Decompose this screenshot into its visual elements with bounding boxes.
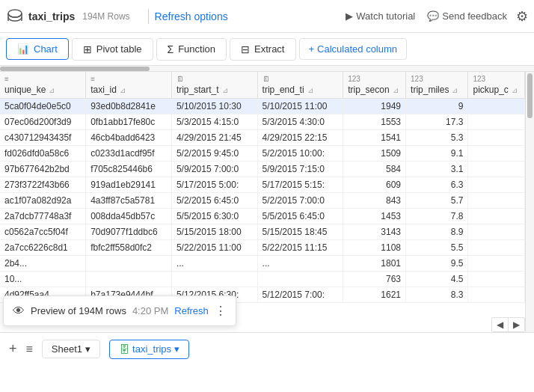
table-cell: 07ec06d200f3d9 [0, 114, 86, 130]
table-cell: 5.5 [406, 240, 468, 256]
table-row[interactable]: 10...7634.5 [0, 272, 525, 287]
send-feedback-button[interactable]: 💬 Send feedback [427, 10, 507, 22]
scroll-right-button[interactable]: ▶ [509, 318, 524, 331]
col-header-trip-end[interactable]: 🗓 trip_end_ti ⊿ [257, 72, 343, 99]
col-sort-icon-4: ⊿ [393, 86, 399, 94]
table-cell [468, 224, 525, 240]
tab-calculated-column[interactable]: + Calculated column [299, 38, 408, 60]
table-cell: 4.5 [406, 272, 468, 287]
table-cell: c0562a7cc5f04f [0, 224, 86, 240]
table-cell [468, 114, 525, 130]
preview-more-button[interactable]: ⋮ [215, 304, 227, 318]
table-cell [468, 162, 525, 177]
col-sort-icon-0: ⊿ [49, 86, 55, 94]
table-cell: 584 [343, 162, 406, 177]
col-header-pickup[interactable]: 123 pickup_c ⊿ [468, 72, 525, 99]
vertical-scrollbar[interactable] [525, 72, 534, 332]
table-row[interactable]: 273f3722f43b66919ad1eb291415/17/2015 5:0… [0, 177, 525, 193]
table-row[interactable]: 5ca0f04de0e5c093ed0b8d2841e5/10/2015 10:… [0, 99, 525, 114]
table-cell [468, 240, 525, 256]
table-row[interactable]: c430712943435f46cb4badd64234/29/2015 21:… [0, 130, 525, 146]
table-row[interactable]: fd026dfd0a58c6c0233d1acdf95f5/2/2015 9:4… [0, 146, 525, 162]
table-cell [468, 130, 525, 146]
table-cell: 273f3722f43b66 [0, 177, 86, 193]
add-sheet-button[interactable]: + [9, 341, 17, 357]
bottom-sheet-bar: + ≡ Sheet1 ▾ 🗄 taxi_trips ▾ [0, 332, 534, 365]
col-header-trip-miles[interactable]: 123 trip_miles ⊿ [406, 72, 468, 99]
watch-tutorial-button[interactable]: ▶ Watch tutorial [346, 10, 415, 22]
col-header-taxi-id[interactable]: ≡ taxi_id ⊿ [86, 72, 172, 99]
horizontal-scrollbar[interactable] [0, 66, 534, 72]
table-cell: 7.8 [406, 209, 468, 224]
col-header-trip-seconds[interactable]: 123 trip_secon ⊿ [343, 72, 406, 99]
col-header-trip-start[interactable]: 🗓 trip_start_t ⊿ [171, 72, 257, 99]
refresh-options-button[interactable]: Refresh options [155, 10, 228, 22]
table-cell: 4/29/2015 21:45 [171, 130, 257, 146]
table-cell: 2a7cc6226c8d1 [0, 240, 86, 256]
table-cell: 3143 [343, 224, 406, 240]
table-cell: 5/2/2015 7:00:0 [257, 193, 343, 209]
tab-function[interactable]: Σ Function [156, 38, 227, 61]
table-row[interactable]: 2b4.........18019.5 [0, 256, 525, 272]
table-cell: 10... [0, 272, 86, 287]
gear-icon: ⚙ [516, 9, 528, 24]
table-header-row: ≡ unique_ke ⊿ ≡ taxi_id ⊿ [0, 72, 525, 99]
chart-icon: 📊 [17, 43, 29, 55]
table-cell: 17.3 [406, 114, 468, 130]
table-cell: 5/3/2015 4:15:0 [171, 114, 257, 130]
feedback-icon: 💬 [427, 10, 439, 22]
col-header-unique-key[interactable]: ≡ unique_ke ⊿ [0, 72, 86, 99]
tab-row: 📊 Chart ⊞ Pivot table Σ Function ⊟ Extra… [0, 33, 534, 66]
table-cell: 8.3 [406, 287, 468, 303]
col-name-trip-start: trip_start_t [177, 85, 219, 95]
preview-toast: 👁 Preview of 194M rows 4:20 PM Refresh ⋮ [3, 295, 236, 326]
preview-refresh-button[interactable]: Refresh [174, 305, 209, 316]
sheet1-label: Sheet1 [52, 343, 82, 355]
main-data-area: ≡ unique_ke ⊿ ≡ taxi_id ⊿ [0, 72, 534, 365]
table-cell: 93ed0b8d2841e [86, 99, 172, 114]
horizontal-scroll-arrows: ◀ ▶ [491, 317, 525, 332]
sheet-menu-button[interactable]: ≡ [26, 343, 33, 356]
table-cell [257, 272, 343, 287]
scroll-thumb[interactable] [0, 67, 150, 71]
table-cell: 2b4... [0, 256, 86, 272]
vertical-scroll-thumb[interactable] [527, 73, 533, 118]
taxi-trips-icon: 🗄 [119, 343, 129, 355]
table-cell: 1801 [343, 256, 406, 272]
table-row[interactable]: 07ec06d200f3d90fb1abb17fe80c5/3/2015 4:1… [0, 114, 525, 130]
tab-extract[interactable]: ⊟ Extract [230, 38, 295, 61]
tab-chart[interactable]: 📊 Chart [6, 38, 69, 60]
add-column-icon: + [309, 43, 315, 55]
table-cell: 4a3ff87c5a5781 [86, 193, 172, 209]
table-cell: 4/29/2015 22:15 [257, 130, 343, 146]
sheet1-tab[interactable]: Sheet1 ▾ [42, 340, 100, 358]
col-type-icon-text: ≡ [4, 75, 9, 83]
taxi-trips-tab[interactable]: 🗄 taxi_trips ▾ [109, 340, 189, 359]
table-body: 5ca0f04de0e5c093ed0b8d2841e5/10/2015 10:… [0, 99, 525, 303]
table-row[interactable]: c0562a7cc5f04f70d9077f1ddbc65/15/2015 18… [0, 224, 525, 240]
col-type-icon-num2: 123 [411, 75, 423, 83]
col-name-trip-end: trip_end_ti [263, 85, 304, 95]
table-cell [468, 193, 525, 209]
taxi-trips-label: taxi_trips [132, 343, 171, 355]
toolbar-divider [148, 9, 149, 24]
table-cell: 919ad1eb29141 [86, 177, 172, 193]
tab-pivot[interactable]: ⊞ Pivot table [72, 38, 153, 61]
col-type-icon-date1: 🗓 [177, 75, 184, 83]
settings-button[interactable]: ⚙ [516, 8, 528, 25]
table-row[interactable]: 2a7dcb77748a3f008dda45db57c5/5/2015 6:30… [0, 209, 525, 224]
col-sort-icon-3: ⊿ [307, 86, 313, 94]
table-row[interactable]: ac1f07a082d92a4a3ff87c5a57815/2/2015 6:4… [0, 193, 525, 209]
dataset-title: taxi_trips [28, 10, 75, 22]
table-row[interactable]: 97b677642b2bdf705c825446b65/9/2015 7:00:… [0, 162, 525, 177]
table-cell: 5/22/2015 11:15 [257, 240, 343, 256]
scroll-left-button[interactable]: ◀ [492, 318, 509, 331]
logo-icon [6, 7, 24, 25]
table-cell: 1949 [343, 99, 406, 114]
table-cell: 5/17/2015 5:15: [257, 177, 343, 193]
add-icon: + [9, 341, 17, 357]
table-row[interactable]: 2a7cc6226c8d1fbfc2ff558d0fc25/22/2015 11… [0, 240, 525, 256]
sheet1-chevron-icon: ▾ [85, 343, 90, 355]
table-cell: 9 [406, 99, 468, 114]
col-sort-icon-1: ⊿ [120, 86, 126, 94]
